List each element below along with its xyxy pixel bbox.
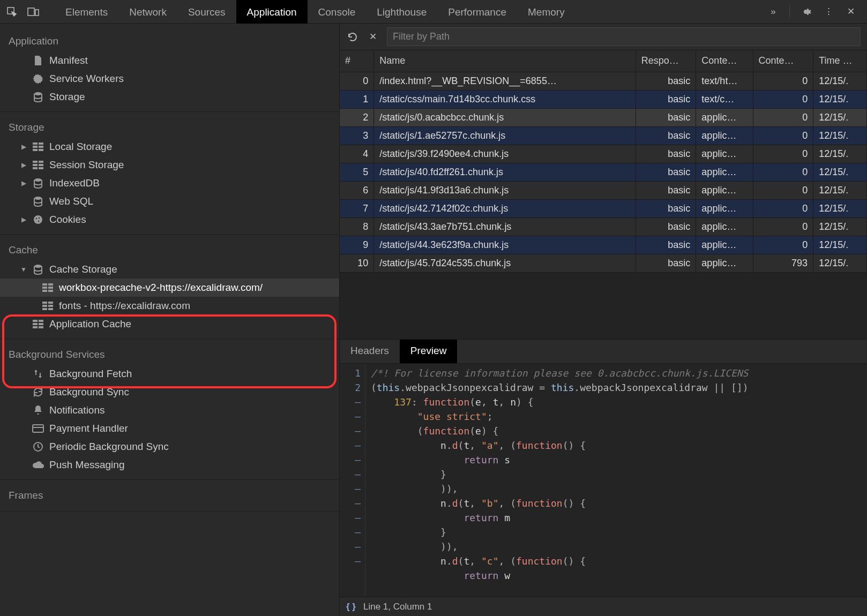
caret-right-icon[interactable]: ▶ — [20, 216, 27, 223]
table-header[interactable]: Conte… — [753, 50, 813, 72]
table-header[interactable]: Conte… — [696, 50, 753, 72]
detail-tab-headers[interactable]: Headers — [340, 340, 400, 363]
tree-item[interactable]: Background Fetch — [0, 365, 339, 383]
svg-rect-39 — [39, 323, 43, 325]
table-row[interactable]: 0/index.html?__WB_REVISION__=6855…basict… — [340, 72, 867, 90]
tree-item-label: Session Storage — [49, 159, 124, 171]
tree-item[interactable]: ▶Local Storage — [0, 138, 339, 156]
table-header[interactable]: Respo… — [636, 50, 696, 72]
svg-rect-14 — [39, 164, 43, 166]
code-preview[interactable]: 12–––––––––––– /*! For license informati… — [340, 364, 867, 597]
table-row[interactable]: 10/static/js/45.7d24c535.chunk.jsbasicap… — [340, 254, 867, 272]
svg-point-23 — [34, 265, 42, 268]
caret-right-icon[interactable]: ▶ — [20, 161, 27, 169]
svg-rect-7 — [33, 146, 38, 148]
table-cell: 0 — [753, 145, 813, 163]
kebab-icon[interactable]: ⋮ — [822, 5, 835, 18]
svg-rect-40 — [33, 326, 38, 328]
table-cell: applic… — [696, 217, 753, 236]
tree-item[interactable]: fonts - https://excalidraw.com — [0, 297, 339, 315]
svg-rect-24 — [42, 283, 47, 286]
caret-right-icon[interactable]: ▶ — [20, 179, 27, 187]
table-row[interactable]: 7/static/js/42.7142f02c.chunk.jsbasicapp… — [340, 199, 867, 217]
tree-item[interactable]: ▶IndexedDB — [0, 174, 339, 192]
svg-point-18 — [34, 197, 42, 200]
svg-rect-1 — [28, 8, 34, 16]
db-icon — [32, 196, 44, 207]
table-cell: applic… — [696, 163, 753, 181]
clock-icon — [32, 441, 44, 453]
tree-item[interactable]: Periodic Background Sync — [0, 438, 339, 456]
tree-item[interactable]: Payment Handler — [0, 419, 339, 438]
caret-down-icon[interactable]: ▼ — [20, 266, 27, 273]
detail-tab-preview[interactable]: Preview — [400, 340, 458, 363]
tab-performance[interactable]: Performance — [437, 0, 517, 24]
table-row[interactable]: 3/static/js/1.ae52757c.chunk.jsbasicappl… — [340, 126, 867, 145]
tab-memory[interactable]: Memory — [517, 0, 575, 24]
tree-item-label: Payment Handler — [49, 423, 128, 434]
svg-rect-41 — [39, 326, 43, 328]
table-cell: 0 — [340, 72, 374, 90]
tab-network[interactable]: Network — [118, 0, 177, 24]
table-header[interactable]: # — [340, 50, 374, 72]
tree-item-label: Notifications — [49, 404, 105, 416]
table-cell: /static/js/42.7142f02c.chunk.js — [374, 199, 636, 217]
caret-right-icon[interactable]: ▶ — [20, 143, 27, 151]
table-header[interactable]: Time … — [813, 50, 867, 72]
svg-rect-42 — [33, 425, 43, 432]
tree-item[interactable]: Background Sync — [0, 383, 339, 401]
refresh-icon[interactable] — [346, 31, 359, 43]
svg-rect-6 — [39, 142, 43, 145]
filter-input[interactable] — [387, 27, 861, 46]
table-cell: 12/15/. — [813, 163, 867, 181]
table-cell: 2 — [340, 108, 374, 126]
tree-item[interactable]: ▶Cookies — [0, 211, 339, 229]
tree-item[interactable]: ▶Session Storage — [0, 156, 339, 174]
svg-rect-35 — [48, 308, 53, 310]
device-icon[interactable] — [27, 5, 40, 18]
cache-detail-panel: ✕ #NameRespo…Conte…Conte…Time … 0/index.… — [340, 24, 867, 616]
tab-elements[interactable]: Elements — [55, 0, 118, 24]
tree-item[interactable]: Manifest — [0, 51, 339, 70]
settings-icon[interactable] — [799, 5, 812, 18]
tab-sources[interactable]: Sources — [177, 0, 236, 24]
table-row[interactable]: 1/static/css/main.7d14b3cc.chunk.cssbasi… — [340, 90, 867, 108]
tree-item[interactable]: Web SQL — [0, 192, 339, 211]
section-title: Background Services — [0, 342, 339, 365]
tree-item-label: Background Sync — [49, 386, 129, 398]
table-cell: basic — [636, 217, 696, 236]
tree-item[interactable]: Notifications — [0, 401, 339, 419]
svg-point-21 — [39, 217, 40, 219]
tree-item[interactable]: workbox-precache-v2-https://excalidraw.c… — [0, 279, 339, 297]
more-tabs-icon[interactable]: » — [767, 5, 780, 18]
table-row[interactable]: 9/static/js/44.3e623f9a.chunk.jsbasicapp… — [340, 236, 867, 254]
inspect-icon[interactable] — [5, 5, 18, 18]
table-row[interactable]: 5/static/js/40.fd2ff261.chunk.jsbasicapp… — [340, 163, 867, 181]
tree-item[interactable]: ▼Cache Storage — [0, 260, 339, 279]
tree-item-label: Application Cache — [49, 318, 131, 330]
table-cell: applic… — [696, 254, 753, 272]
svg-rect-33 — [48, 305, 53, 307]
tab-console[interactable]: Console — [308, 0, 367, 24]
table-cell: 0 — [753, 181, 813, 199]
tree-item[interactable]: Application Cache — [0, 315, 339, 333]
close-devtools-icon[interactable]: ✕ — [844, 5, 857, 18]
table-cell: 0 — [753, 163, 813, 181]
braces-icon[interactable]: { } — [346, 602, 356, 612]
tab-application[interactable]: Application — [236, 0, 308, 24]
table-row[interactable]: 2/static/js/0.acabcbcc.chunk.jsbasicappl… — [340, 108, 867, 126]
tree-item[interactable]: Service Workers — [0, 70, 339, 88]
table-row[interactable]: 8/static/js/43.3ae7b751.chunk.jsbasicapp… — [340, 217, 867, 236]
grid-icon — [42, 300, 54, 312]
table-cell: 0 — [753, 90, 813, 108]
table-header[interactable]: Name — [374, 50, 636, 72]
tab-lighthouse[interactable]: Lighthouse — [366, 0, 437, 24]
table-row[interactable]: 6/static/js/41.9f3d13a6.chunk.jsbasicapp… — [340, 181, 867, 199]
table-cell: 0 — [753, 236, 813, 254]
table-cell: basic — [636, 145, 696, 163]
tree-item[interactable]: Storage — [0, 88, 339, 106]
svg-rect-29 — [48, 290, 53, 292]
tree-item[interactable]: Push Messaging — [0, 456, 339, 474]
clear-icon[interactable]: ✕ — [367, 31, 379, 43]
table-row[interactable]: 4/static/js/39.f2490ee4.chunk.jsbasicapp… — [340, 145, 867, 163]
